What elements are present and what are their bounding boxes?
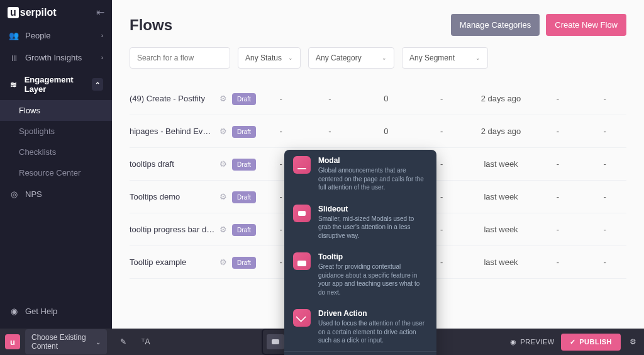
translate-tool[interactable]: ᵀA [135, 337, 157, 346]
modal-icon [293, 156, 311, 174]
status-badge: Draft [232, 159, 256, 171]
nav-growth[interactable]: ⫼Growth Insights › [0, 47, 112, 69]
cell: - [533, 94, 584, 103]
popover-item-title: Modal [318, 156, 428, 165]
status-badge: Draft [232, 257, 256, 269]
sidebar: userpilot ⇤ 👥People › ⫼Growth Insights ›… [0, 0, 112, 355]
cell: - [414, 94, 469, 103]
chevron-down-icon: ⌄ [475, 55, 480, 61]
flow-name: tooltip progress bar de... [130, 225, 215, 234]
create-flow-button[interactable]: Create New Flow [546, 14, 626, 36]
status-badge: Draft [232, 93, 256, 105]
popover-item-title: Slideout [318, 205, 428, 213]
settings-button[interactable]: ⚙ [627, 337, 639, 346]
cell: - [583, 127, 626, 136]
popover-item-slideout[interactable]: Slideout Smaller, mid-sized Modals used … [284, 198, 436, 247]
eye-icon: ◉ [510, 338, 517, 346]
chevron-down-icon: ⌄ [96, 339, 101, 346]
subnav-spotlights[interactable]: Spotlights [0, 121, 112, 142]
nav-label: Growth Insights [25, 53, 82, 62]
row-settings-icon[interactable]: ⚙ [215, 192, 233, 201]
preview-button[interactable]: ◉ PREVIEW [510, 338, 555, 346]
cell: last week [469, 225, 532, 234]
row-settings-icon[interactable]: ⚙ [215, 94, 233, 103]
cell: 0 [358, 127, 414, 136]
flow-row[interactable]: (49) Create - Postfity ⚙ Draft - - 0 - 2… [130, 82, 626, 115]
nav-nps[interactable]: ◎NPS [0, 183, 112, 205]
popover-item-title: Tooltip [318, 252, 428, 261]
flow-row[interactable]: hipages - Behind Ever... ⚙ Draft - - 0 -… [130, 115, 626, 148]
subnav-flows[interactable]: Flows [0, 100, 112, 121]
help-icon: ◉ [9, 307, 19, 316]
app-badge[interactable]: u [5, 334, 20, 349]
nav-help[interactable]: ◉Get Help [0, 300, 112, 322]
flow-name: tooltips draft [130, 159, 215, 169]
logo[interactable]: userpilot [8, 7, 57, 18]
content-selector[interactable]: Choose Existing Content ⌄ [25, 329, 107, 354]
driven-icon [293, 309, 311, 327]
cell: last week [469, 192, 532, 201]
row-settings-icon[interactable]: ⚙ [215, 225, 233, 234]
chevron-right-icon: › [101, 54, 103, 61]
status-badge: Draft [232, 224, 256, 236]
add-step-popover: Modal Global announcements that are cent… [284, 150, 436, 355]
category-dropdown[interactable]: Any Category⌄ [308, 47, 394, 69]
popover-item-desc: Smaller, mid-sized Modals used to grab t… [318, 215, 428, 240]
popover-item-modal[interactable]: Modal Global announcements that are cent… [284, 150, 436, 198]
cell: - [533, 127, 584, 136]
popover-item-title: Driven Action [318, 309, 428, 318]
cell: last week [469, 257, 532, 267]
nav-label: People [25, 31, 50, 40]
cell: - [533, 257, 584, 267]
tooltip-icon [293, 252, 311, 270]
segment-dropdown[interactable]: Any Segment⌄ [402, 47, 488, 69]
subnav-checklists[interactable]: Checklists [0, 142, 112, 162]
popover-item-tooltip[interactable]: Tooltip Great for providing contextual g… [284, 246, 436, 303]
manage-categories-button[interactable]: Manage Categories [451, 14, 540, 36]
modal-tool[interactable] [267, 334, 284, 349]
cell: - [301, 94, 358, 103]
status-badge: Draft [232, 191, 256, 203]
nav-engagement[interactable]: ≋Engagement Layer ⌃ [0, 69, 112, 100]
chart-icon: ⫼ [9, 53, 19, 62]
row-settings-icon[interactable]: ⚙ [215, 257, 233, 267]
page-title: Flows [130, 16, 172, 34]
target-icon: ◎ [9, 189, 19, 199]
add-to-group-button[interactable]: ADD TO CURRENT DRIVEN GROUP [284, 351, 436, 356]
page-header: Flows Manage Categories Create New Flow [130, 14, 626, 36]
slideout-icon [293, 205, 311, 222]
popover-item-driven[interactable]: Driven Action Used to focus the attentio… [284, 303, 436, 351]
nav-label: Engagement Layer [25, 75, 92, 94]
flow-name: Tooltips demo [130, 192, 215, 201]
cell: - [583, 94, 626, 103]
row-settings-icon[interactable]: ⚙ [215, 127, 233, 136]
flow-name: Tooltip example [130, 257, 215, 267]
publish-button[interactable]: ✓ PUBLISH [561, 334, 621, 351]
nav-label: Get Help [25, 307, 57, 316]
chevron-down-icon: ⌄ [382, 55, 387, 61]
flow-name: hipages - Behind Ever... [130, 127, 215, 136]
subnav-resource[interactable]: Resource Center [0, 162, 112, 183]
cell: - [583, 159, 626, 169]
cell: - [583, 192, 626, 201]
popover-item-desc: Used to focus the attention of the user … [318, 319, 428, 345]
check-icon: ✓ [570, 338, 576, 346]
search-input[interactable] [130, 47, 230, 69]
collapse-icon[interactable]: ⇤ [96, 6, 104, 18]
cell: - [414, 127, 469, 136]
nav-label: NPS [25, 189, 42, 199]
gear-icon: ⚙ [630, 337, 636, 346]
nav-people[interactable]: 👥People › [0, 25, 112, 47]
cell: - [583, 225, 626, 234]
cell: - [260, 94, 301, 103]
cell: - [533, 225, 584, 234]
cell: - [533, 159, 584, 169]
flow-name: (49) Create - Postfity [130, 94, 215, 103]
edit-tool[interactable]: ✎ [112, 337, 135, 346]
chevron-up-icon: ⌃ [92, 78, 103, 91]
status-badge: Draft [232, 126, 256, 138]
popover-item-desc: Global announcements that are centered o… [318, 166, 428, 192]
row-settings-icon[interactable]: ⚙ [215, 159, 233, 169]
status-dropdown[interactable]: Any Status⌄ [238, 47, 301, 69]
chevron-right-icon: › [101, 32, 103, 39]
